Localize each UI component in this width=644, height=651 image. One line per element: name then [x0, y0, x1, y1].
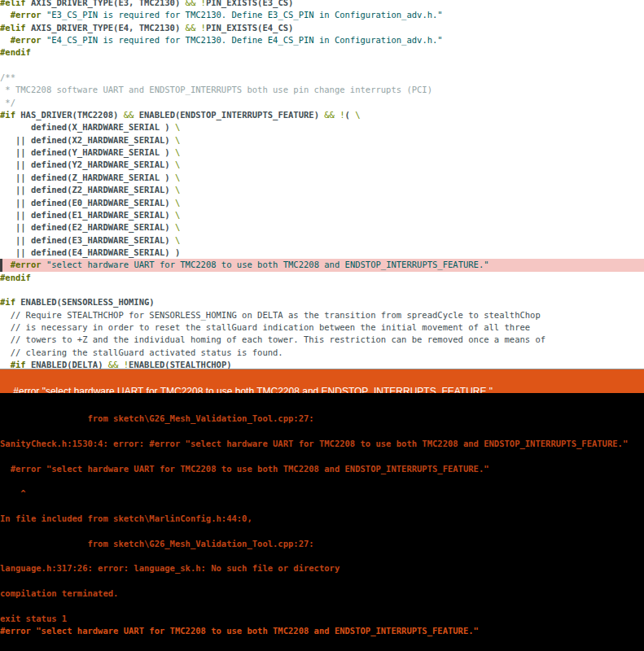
code-line: // is necessary in order to reset the st… — [0, 321, 644, 334]
code-line: #error "E3_CS_PIN is required for TMC213… — [0, 9, 644, 21]
build-console-output: from sketch\G26_Mesh_Validation_Tool.cpp… — [0, 393, 644, 638]
console-line — [0, 426, 644, 438]
code-line: || defined(E1_HARDWARE_SERIAL) \ — [0, 209, 644, 221]
code-line: #elif AXIS_DRIVER_TYPE(E3, TMC2130) && !… — [0, 0, 644, 9]
code-line: || defined(E4_HARDWARE_SERIAL) ) — [0, 247, 644, 259]
console-status-line: #error "select hardware UART for TMC2208… — [0, 625, 644, 637]
code-line — [0, 59, 644, 72]
code-line: #if ENABLED(SENSORLESS_HOMING) — [0, 296, 644, 308]
console-line — [0, 601, 644, 613]
code-editor-content: #elif AXIS_DRIVER_TYPE(E3, TMC2130) && !… — [0, 0, 644, 369]
console-line — [0, 525, 644, 537]
arduino-ide-window: #elif AXIS_DRIVER_TYPE(E3, TMC2130) && !… — [0, 0, 644, 651]
code-line: || defined(E0_HARDWARE_SERIAL) \ — [0, 197, 644, 209]
code-line: || defined(Z2_HARDWARE_SERIAL) \ — [0, 184, 644, 196]
code-line: || defined(E3_HARDWARE_SERIAL) \ — [0, 234, 644, 247]
code-line: defined(X_HARDWARE_SERIAL ) \ — [0, 121, 644, 133]
code-line: || defined(Y_HARDWARE_SERIAL ) \ — [0, 146, 644, 159]
console-line: #error "select hardware UART for TMC2208… — [0, 463, 644, 475]
code-line: #elif AXIS_DRIVER_TYPE(E4, TMC2130) && !… — [0, 22, 644, 34]
console-line: from sketch\G26_Mesh_Validation_Tool.cpp… — [0, 413, 644, 425]
code-line: #if ENABLED(DELTA) && !ENABLED(STEALTHCH… — [0, 359, 644, 369]
code-line: // Require STEALTHCHOP for SENSORLESS_HO… — [0, 309, 644, 321]
code-line: // clearing the stallGuard activated sta… — [0, 347, 644, 359]
console-line: compilation terminated. — [0, 588, 644, 600]
console-line: ^ — [0, 487, 644, 500]
code-line — [0, 284, 644, 296]
console-line — [0, 450, 644, 462]
code-line: /** — [0, 72, 644, 84]
console-line — [0, 500, 644, 513]
error-line-highlight: #error "select hardware UART for TMC2208… — [0, 259, 644, 271]
code-line: #endif — [0, 272, 644, 284]
console-line: In file included from sketch\MarlinConfi… — [0, 513, 644, 525]
build-console[interactable]: from sketch\G26_Mesh_Validation_Tool.cpp… — [0, 393, 644, 651]
console-line: SanityCheck.h:1530:4: error: #error "sel… — [0, 438, 644, 450]
console-line — [0, 475, 644, 487]
code-line: */ — [0, 97, 644, 109]
console-line: language.h:317:26: error: language_sk.h:… — [0, 562, 644, 575]
code-line: // towers to +Z and the individual homin… — [0, 334, 644, 346]
code-line: #endif — [0, 46, 644, 59]
code-line: #error "E4_CS_PIN is required for TMC213… — [0, 34, 644, 46]
console-line — [0, 400, 644, 413]
console-line — [0, 550, 644, 562]
console-line: from sketch\G26_Mesh_Validation_Tool.cpp… — [0, 538, 644, 550]
code-line: || defined(Z_HARDWARE_SERIAL ) \ — [0, 172, 644, 184]
code-line: #if HAS_DRIVER(TMC2208) && ENABLED(ENDST… — [0, 109, 644, 121]
code-line: || defined(Y2_HARDWARE_SERIAL) \ — [0, 159, 644, 171]
code-line: || defined(E2_HARDWARE_SERIAL) \ — [0, 221, 644, 234]
code-line: * TMC2208 software UART and ENDSTOP_INTE… — [0, 84, 644, 96]
code-line: || defined(X2_HARDWARE_SERIAL) \ — [0, 134, 644, 146]
console-line — [0, 575, 644, 588]
error-banner: #error "select hardware UART for TMC2208… — [0, 369, 644, 393]
console-line: exit status 1 — [0, 613, 644, 625]
code-editor[interactable]: #elif AXIS_DRIVER_TYPE(E3, TMC2130) && !… — [0, 0, 644, 369]
